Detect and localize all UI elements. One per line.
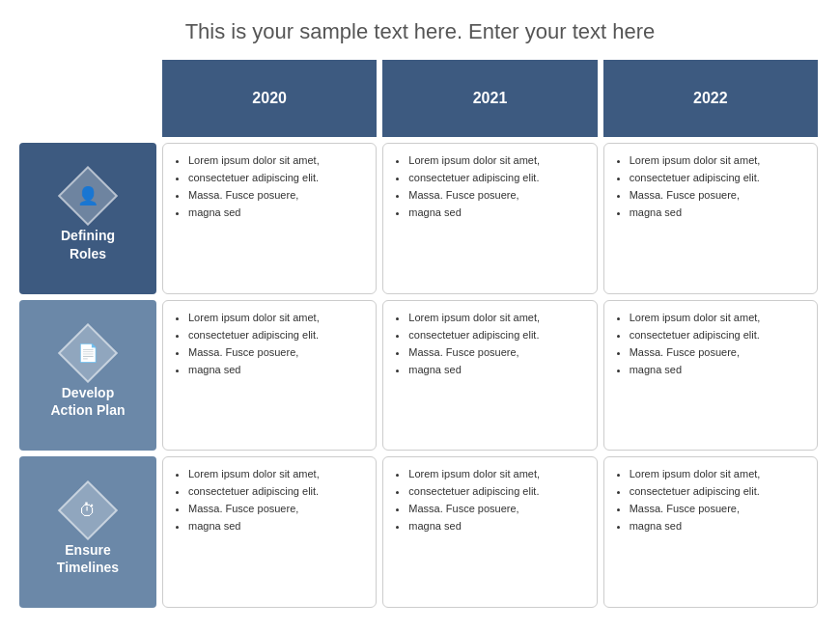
page-title: This is your sample text here. Enter you…: [19, 19, 821, 44]
page: This is your sample text here. Enter you…: [0, 0, 840, 630]
list-item: magna sed: [188, 205, 364, 221]
list-item: Massa. Fusce posuere,: [630, 502, 805, 517]
ensure-timelines-label: Ensure Timelines: [57, 541, 119, 576]
develop-action-icon-diamond: 📄: [58, 323, 118, 383]
list-item: Lorem ipsum dolor sit amet,: [188, 467, 364, 482]
row2-cell2: Lorem ipsum dolor sit amet, consectetuer…: [382, 300, 597, 452]
row1-cell3: Lorem ipsum dolor sit amet, consectetuer…: [603, 143, 818, 294]
row2-cell3: Lorem ipsum dolor sit amet, consectetuer…: [603, 300, 818, 452]
defining-roles-label: Defining Roles: [61, 227, 115, 261]
row-label-ensure-timelines: ⏱ Ensure Timelines: [19, 456, 156, 608]
list-item: Massa. Fusce posuere,: [408, 188, 584, 204]
ensure-timelines-icon: ⏱: [79, 500, 97, 520]
row1-cell1: Lorem ipsum dolor sit amet, consectetuer…: [162, 143, 377, 294]
list-item: consectetuer adipiscing elit.: [408, 171, 584, 186]
defining-roles-icon-diamond: 👤: [58, 166, 118, 226]
row3-cell1: Lorem ipsum dolor sit amet, consectetuer…: [162, 456, 377, 608]
defining-roles-icon: 👤: [77, 185, 98, 206]
list-item: Lorem ipsum dolor sit amet,: [408, 311, 584, 326]
row1-cell2: Lorem ipsum dolor sit amet, consectetuer…: [382, 143, 597, 294]
list-item: magna sed: [630, 205, 805, 221]
list-item: consectetuer adipiscing elit.: [408, 328, 584, 343]
develop-action-icon: 📄: [77, 342, 98, 364]
header-year-2020: 2020: [162, 60, 377, 137]
list-item: Massa. Fusce posuere,: [630, 188, 805, 204]
list-item: Massa. Fusce posuere,: [188, 345, 364, 361]
develop-action-label: Develop Action Plan: [50, 384, 125, 419]
list-item: Massa. Fusce posuere,: [630, 345, 805, 361]
row-label-develop-action-plan: 📄 Develop Action Plan: [19, 300, 156, 452]
list-item: Massa. Fusce posuere,: [188, 188, 364, 204]
row3-cell3: Lorem ipsum dolor sit amet, consectetuer…: [603, 456, 818, 608]
list-item: consectetuer adipiscing elit.: [630, 328, 805, 343]
list-item: Lorem ipsum dolor sit amet,: [408, 153, 584, 169]
list-item: magna sed: [188, 519, 364, 534]
list-item: consectetuer adipiscing elit.: [630, 171, 805, 186]
list-item: magna sed: [408, 363, 584, 378]
list-item: Massa. Fusce posuere,: [408, 502, 584, 517]
list-item: consectetuer adipiscing elit.: [408, 484, 584, 500]
list-item: Lorem ipsum dolor sit amet,: [630, 311, 805, 326]
list-item: Lorem ipsum dolor sit amet,: [630, 153, 805, 169]
list-item: consectetuer adipiscing elit.: [188, 171, 364, 186]
list-item: Lorem ipsum dolor sit amet,: [188, 311, 364, 326]
row2-cell1: Lorem ipsum dolor sit amet, consectetuer…: [162, 300, 377, 452]
grid: 2020 2021 2022 👤 Defining Roles Lorem ip…: [19, 60, 821, 611]
list-item: Massa. Fusce posuere,: [408, 345, 584, 361]
list-item: magna sed: [408, 519, 584, 534]
row-label-defining-roles: 👤 Defining Roles: [19, 143, 156, 294]
list-item: magna sed: [188, 363, 364, 378]
list-item: consectetuer adipiscing elit.: [188, 484, 364, 500]
list-item: magna sed: [408, 205, 584, 221]
list-item: Lorem ipsum dolor sit amet,: [188, 153, 364, 169]
list-item: consectetuer adipiscing elit.: [630, 484, 805, 500]
list-item: Lorem ipsum dolor sit amet,: [630, 467, 805, 482]
list-item: magna sed: [630, 519, 805, 534]
ensure-timelines-icon-diamond: ⏱: [58, 479, 118, 539]
list-item: Massa. Fusce posuere,: [188, 502, 364, 517]
list-item: consectetuer adipiscing elit.: [188, 328, 364, 343]
header-year-2021: 2021: [382, 60, 597, 137]
header-empty: [19, 60, 159, 140]
row3-cell2: Lorem ipsum dolor sit amet, consectetuer…: [382, 456, 597, 608]
header-year-2022: 2022: [603, 60, 818, 137]
list-item: magna sed: [630, 363, 805, 378]
list-item: Lorem ipsum dolor sit amet,: [408, 467, 584, 482]
